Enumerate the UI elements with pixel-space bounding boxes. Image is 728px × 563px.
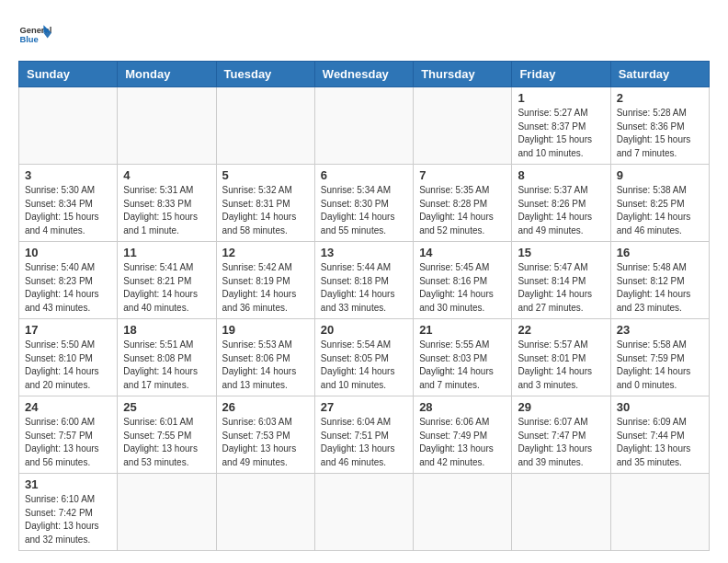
day-info: Sunrise: 6:09 AM Sunset: 7:44 PM Dayligh… xyxy=(617,416,703,469)
week-row-4: 17Sunrise: 5:50 AM Sunset: 8:10 PM Dayli… xyxy=(19,319,710,396)
day-info: Sunrise: 5:51 AM Sunset: 8:08 PM Dayligh… xyxy=(123,339,210,392)
day-info: Sunrise: 5:54 AM Sunset: 8:05 PM Dayligh… xyxy=(321,339,407,392)
calendar-cell: 22Sunrise: 5:57 AM Sunset: 8:01 PM Dayli… xyxy=(512,319,610,396)
calendar-cell xyxy=(414,87,512,165)
week-row-3: 10Sunrise: 5:40 AM Sunset: 8:23 PM Dayli… xyxy=(19,242,710,319)
calendar-cell xyxy=(414,474,512,551)
day-number: 21 xyxy=(419,323,506,337)
day-number: 5 xyxy=(222,168,309,182)
calendar-cell xyxy=(512,474,610,551)
day-number: 9 xyxy=(617,168,703,182)
calendar-cell: 9Sunrise: 5:38 AM Sunset: 8:25 PM Daylig… xyxy=(610,165,709,242)
day-number: 22 xyxy=(518,323,604,337)
day-number: 25 xyxy=(123,400,210,414)
calendar-cell: 11Sunrise: 5:41 AM Sunset: 8:21 PM Dayli… xyxy=(118,242,216,319)
day-info: Sunrise: 5:40 AM Sunset: 8:23 PM Dayligh… xyxy=(25,261,111,315)
calendar-cell: 1Sunrise: 5:27 AM Sunset: 8:37 PM Daylig… xyxy=(512,87,610,165)
day-info: Sunrise: 5:58 AM Sunset: 7:59 PM Dayligh… xyxy=(617,339,703,392)
weekday-header-sunday: Sunday xyxy=(19,62,118,87)
day-info: Sunrise: 5:34 AM Sunset: 8:30 PM Dayligh… xyxy=(321,184,407,237)
day-number: 18 xyxy=(123,323,210,337)
weekday-header-saturday: Saturday xyxy=(610,62,709,87)
day-number: 19 xyxy=(222,323,309,337)
day-number: 15 xyxy=(518,246,604,259)
day-info: Sunrise: 6:01 AM Sunset: 7:55 PM Dayligh… xyxy=(123,416,210,469)
calendar-cell xyxy=(19,87,118,165)
week-row-2: 3Sunrise: 5:30 AM Sunset: 8:34 PM Daylig… xyxy=(19,165,710,242)
day-number: 30 xyxy=(617,400,703,414)
day-number: 17 xyxy=(25,323,111,337)
calendar-cell: 23Sunrise: 5:58 AM Sunset: 7:59 PM Dayli… xyxy=(610,319,709,396)
day-info: Sunrise: 5:28 AM Sunset: 8:36 PM Dayligh… xyxy=(617,107,703,160)
calendar-cell xyxy=(216,474,314,551)
week-row-5: 24Sunrise: 6:00 AM Sunset: 7:57 PM Dayli… xyxy=(19,396,710,474)
day-number: 1 xyxy=(518,91,604,105)
weekday-header-monday: Monday xyxy=(118,62,216,87)
calendar-cell: 31Sunrise: 6:10 AM Sunset: 7:42 PM Dayli… xyxy=(19,474,118,551)
day-info: Sunrise: 5:44 AM Sunset: 8:18 PM Dayligh… xyxy=(321,261,407,315)
calendar-cell: 8Sunrise: 5:37 AM Sunset: 8:26 PM Daylig… xyxy=(512,165,610,242)
day-info: Sunrise: 5:41 AM Sunset: 8:21 PM Dayligh… xyxy=(123,261,210,315)
calendar-cell xyxy=(610,474,709,551)
day-info: Sunrise: 5:57 AM Sunset: 8:01 PM Dayligh… xyxy=(518,339,604,392)
day-info: Sunrise: 5:55 AM Sunset: 8:03 PM Dayligh… xyxy=(419,339,506,392)
day-number: 13 xyxy=(321,246,407,259)
calendar-cell: 14Sunrise: 5:45 AM Sunset: 8:16 PM Dayli… xyxy=(414,242,512,319)
day-info: Sunrise: 5:35 AM Sunset: 8:28 PM Dayligh… xyxy=(419,184,506,237)
calendar-cell: 18Sunrise: 5:51 AM Sunset: 8:08 PM Dayli… xyxy=(118,319,216,396)
day-info: Sunrise: 6:10 AM Sunset: 7:42 PM Dayligh… xyxy=(25,493,111,546)
day-number: 31 xyxy=(25,477,111,491)
day-number: 10 xyxy=(25,246,111,259)
calendar-cell: 24Sunrise: 6:00 AM Sunset: 7:57 PM Dayli… xyxy=(19,396,118,474)
day-number: 27 xyxy=(321,400,407,414)
day-info: Sunrise: 6:07 AM Sunset: 7:47 PM Dayligh… xyxy=(518,416,604,469)
day-info: Sunrise: 5:45 AM Sunset: 8:16 PM Dayligh… xyxy=(419,261,506,315)
day-info: Sunrise: 5:42 AM Sunset: 8:19 PM Dayligh… xyxy=(222,261,309,315)
day-number: 11 xyxy=(123,246,210,259)
weekday-header-friday: Friday xyxy=(512,62,610,87)
day-number: 28 xyxy=(419,400,506,414)
day-info: Sunrise: 5:50 AM Sunset: 8:10 PM Dayligh… xyxy=(25,339,111,392)
calendar-cell: 12Sunrise: 5:42 AM Sunset: 8:19 PM Dayli… xyxy=(216,242,314,319)
calendar-cell: 25Sunrise: 6:01 AM Sunset: 7:55 PM Dayli… xyxy=(118,396,216,474)
week-row-6: 31Sunrise: 6:10 AM Sunset: 7:42 PM Dayli… xyxy=(19,474,710,551)
day-info: Sunrise: 6:04 AM Sunset: 7:51 PM Dayligh… xyxy=(321,416,407,469)
day-info: Sunrise: 5:48 AM Sunset: 8:12 PM Dayligh… xyxy=(617,261,703,315)
day-info: Sunrise: 5:32 AM Sunset: 8:31 PM Dayligh… xyxy=(222,184,309,237)
day-info: Sunrise: 5:37 AM Sunset: 8:26 PM Dayligh… xyxy=(518,184,604,237)
day-number: 6 xyxy=(321,168,407,182)
calendar-cell: 15Sunrise: 5:47 AM Sunset: 8:14 PM Dayli… xyxy=(512,242,610,319)
calendar-cell: 19Sunrise: 5:53 AM Sunset: 8:06 PM Dayli… xyxy=(216,319,314,396)
day-info: Sunrise: 5:31 AM Sunset: 8:33 PM Dayligh… xyxy=(123,184,210,237)
calendar-table: SundayMondayTuesdayWednesdayThursdayFrid… xyxy=(18,61,710,551)
day-info: Sunrise: 6:00 AM Sunset: 7:57 PM Dayligh… xyxy=(25,416,111,469)
day-info: Sunrise: 5:53 AM Sunset: 8:06 PM Dayligh… xyxy=(222,339,309,392)
calendar-cell: 6Sunrise: 5:34 AM Sunset: 8:30 PM Daylig… xyxy=(314,165,413,242)
day-number: 26 xyxy=(222,400,309,414)
calendar-cell: 30Sunrise: 6:09 AM Sunset: 7:44 PM Dayli… xyxy=(610,396,709,474)
day-info: Sunrise: 5:47 AM Sunset: 8:14 PM Dayligh… xyxy=(518,261,604,315)
day-info: Sunrise: 5:38 AM Sunset: 8:25 PM Dayligh… xyxy=(617,184,703,237)
day-number: 14 xyxy=(419,246,506,259)
page-header: General Blue xyxy=(18,18,710,52)
day-number: 4 xyxy=(123,168,210,182)
calendar-cell xyxy=(118,474,216,551)
day-number: 7 xyxy=(419,168,506,182)
calendar-cell xyxy=(118,87,216,165)
day-info: Sunrise: 6:06 AM Sunset: 7:49 PM Dayligh… xyxy=(419,416,506,469)
calendar-cell: 2Sunrise: 5:28 AM Sunset: 8:36 PM Daylig… xyxy=(610,87,709,165)
day-number: 29 xyxy=(518,400,604,414)
weekday-header-row: SundayMondayTuesdayWednesdayThursdayFrid… xyxy=(19,62,710,87)
day-number: 20 xyxy=(321,323,407,337)
calendar-cell: 29Sunrise: 6:07 AM Sunset: 7:47 PM Dayli… xyxy=(512,396,610,474)
calendar-cell: 27Sunrise: 6:04 AM Sunset: 7:51 PM Dayli… xyxy=(314,396,413,474)
svg-marker-3 xyxy=(43,33,51,39)
calendar-cell: 13Sunrise: 5:44 AM Sunset: 8:18 PM Dayli… xyxy=(314,242,413,319)
calendar-cell: 4Sunrise: 5:31 AM Sunset: 8:33 PM Daylig… xyxy=(118,165,216,242)
day-info: Sunrise: 5:27 AM Sunset: 8:37 PM Dayligh… xyxy=(518,107,604,160)
day-number: 24 xyxy=(25,400,111,414)
calendar-cell: 3Sunrise: 5:30 AM Sunset: 8:34 PM Daylig… xyxy=(19,165,118,242)
calendar-cell: 17Sunrise: 5:50 AM Sunset: 8:10 PM Dayli… xyxy=(19,319,118,396)
calendar-cell xyxy=(314,474,413,551)
calendar-cell: 26Sunrise: 6:03 AM Sunset: 7:53 PM Dayli… xyxy=(216,396,314,474)
